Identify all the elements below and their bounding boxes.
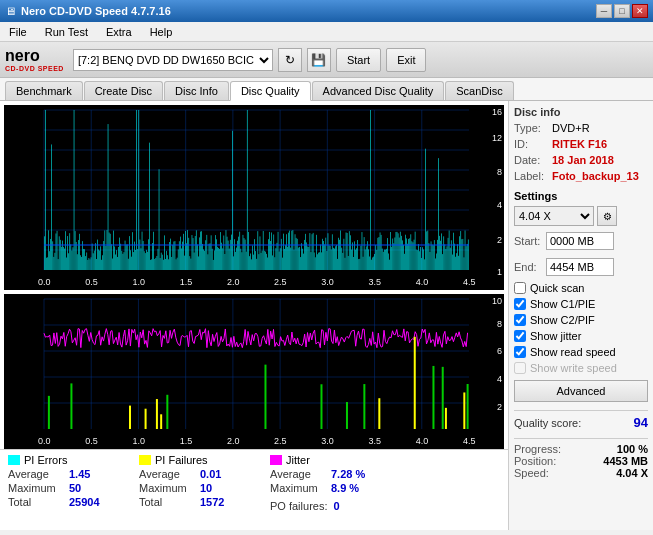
quick-scan-checkbox[interactable] <box>514 282 526 294</box>
pi-errors-max-value: 50 <box>69 482 119 494</box>
y-label-top-16: 16 <box>492 107 502 117</box>
drive-selector[interactable]: [7:2] BENQ DVD DD DW1650 BCIC <box>73 49 273 71</box>
tab-scan-disc[interactable]: ScanDisc <box>445 81 513 100</box>
pi-failures-avg-value: 0.01 <box>200 468 250 480</box>
quality-score-row: Quality score: 94 <box>514 410 648 430</box>
progress-section: Progress: 100 % Position: 4453 MB Speed:… <box>514 438 648 479</box>
y-label-top-2: 2 <box>497 235 502 245</box>
save-icon-button[interactable]: 💾 <box>307 48 331 72</box>
speed-selector[interactable]: 4.04 X <box>514 206 594 226</box>
po-failures-label: PO failures: <box>270 500 327 512</box>
show-c1-pie-checkbox[interactable] <box>514 298 526 310</box>
y-label-top-1: 1 <box>497 267 502 277</box>
start-input[interactable] <box>546 232 614 250</box>
speed-display-label: Speed: <box>514 467 549 479</box>
menu-help[interactable]: Help <box>146 25 177 39</box>
y-label-top-4: 4 <box>497 200 502 210</box>
quality-score-value: 94 <box>634 415 648 430</box>
pi-errors-total-label: Total <box>8 496 63 508</box>
tab-advanced-disc-quality[interactable]: Advanced Disc Quality <box>312 81 445 100</box>
end-label: End: <box>514 261 542 273</box>
date-value: 18 Jan 2018 <box>552 154 614 166</box>
tabs-bar: Benchmark Create Disc Disc Info Disc Qua… <box>0 78 653 101</box>
quality-score-label: Quality score: <box>514 417 581 429</box>
main-content: 16 12 8 4 2 1 10 8 6 4 2 PI Errors <box>0 101 653 530</box>
start-button[interactable]: Start <box>336 48 381 72</box>
quick-scan-label: Quick scan <box>530 282 584 294</box>
pi-failures-total-label: Total <box>139 496 194 508</box>
y-label-bot-10: 10 <box>492 296 502 306</box>
show-c2-pif-checkbox[interactable] <box>514 314 526 326</box>
type-label: Type: <box>514 122 549 134</box>
refresh-icon-button[interactable]: ↻ <box>278 48 302 72</box>
maximize-button[interactable]: □ <box>614 4 630 18</box>
pi-errors-avg-label: Average <box>8 468 63 480</box>
y-label-top-12: 12 <box>492 133 502 143</box>
y-label-bot-8: 8 <box>497 319 502 329</box>
jitter-max-value: 8.9 % <box>331 482 381 494</box>
menu-extra[interactable]: Extra <box>102 25 136 39</box>
jitter-color-box <box>270 455 282 465</box>
jitter-max-label: Maximum <box>270 482 325 494</box>
tab-benchmark[interactable]: Benchmark <box>5 81 83 100</box>
jitter-avg-value: 7.28 % <box>331 468 381 480</box>
close-button[interactable]: ✕ <box>632 4 648 18</box>
minimize-button[interactable]: ─ <box>596 4 612 18</box>
progress-value: 100 % <box>617 443 648 455</box>
y-label-bot-4: 4 <box>497 374 502 384</box>
jitter-legend: Jitter Average 7.28 % Maximum 8.9 % PO f… <box>270 454 383 510</box>
logo-subtitle: CD-DVD SPEED <box>5 65 64 72</box>
pi-failures-chart: 10 8 6 4 2 <box>4 294 504 449</box>
menu-run-test[interactable]: Run Test <box>41 25 92 39</box>
tab-disc-quality[interactable]: Disc Quality <box>230 81 311 101</box>
jitter-avg-label: Average <box>270 468 325 480</box>
disc-label-label: Label: <box>514 170 549 182</box>
show-read-speed-label: Show read speed <box>530 346 616 358</box>
pi-errors-avg-value: 1.45 <box>69 468 119 480</box>
pi-failures-color-box <box>139 455 151 465</box>
po-failures-value: 0 <box>333 500 383 512</box>
id-value: RITEK F16 <box>552 138 607 150</box>
settings-icon-button[interactable]: ⚙ <box>597 206 617 226</box>
disc-info-title: Disc info <box>514 106 648 118</box>
pi-errors-legend: PI Errors Average 1.45 Maximum 50 Total … <box>8 454 119 510</box>
position-label: Position: <box>514 455 556 467</box>
y-label-top-8: 8 <box>497 167 502 177</box>
start-label: Start: <box>514 235 542 247</box>
pi-failures-avg-label: Average <box>139 468 194 480</box>
id-label: ID: <box>514 138 549 150</box>
show-write-speed-label: Show write speed <box>530 362 617 374</box>
show-write-speed-checkbox <box>514 362 526 374</box>
pi-errors-chart: 16 12 8 4 2 1 <box>4 105 504 290</box>
pi-errors-max-label: Maximum <box>8 482 63 494</box>
y-label-bot-6: 6 <box>497 346 502 356</box>
window-controls: ─ □ ✕ <box>596 4 648 18</box>
type-value: DVD+R <box>552 122 590 134</box>
settings-title: Settings <box>514 190 648 202</box>
show-jitter-label: Show jitter <box>530 330 581 342</box>
show-c2-pif-label: Show C2/PIF <box>530 314 595 326</box>
progress-label: Progress: <box>514 443 561 455</box>
pi-errors-color-box <box>8 455 20 465</box>
end-input[interactable] <box>546 258 614 276</box>
show-read-speed-checkbox[interactable] <box>514 346 526 358</box>
advanced-button[interactable]: Advanced <box>514 380 648 402</box>
pi-failures-max-label: Maximum <box>139 482 194 494</box>
disc-label-value: Foto_backup_13 <box>552 170 639 182</box>
exit-button[interactable]: Exit <box>386 48 426 72</box>
tab-disc-info[interactable]: Disc Info <box>164 81 229 100</box>
show-jitter-checkbox[interactable] <box>514 330 526 342</box>
jitter-label: Jitter <box>286 454 310 466</box>
pi-errors-total-value: 25904 <box>69 496 119 508</box>
pi-failures-label: PI Failures <box>155 454 208 466</box>
menu-file[interactable]: File <box>5 25 31 39</box>
y-label-bot-2: 2 <box>497 402 502 412</box>
legend-area: PI Errors Average 1.45 Maximum 50 Total … <box>0 449 508 514</box>
title-bar: 🖥 Nero CD-DVD Speed 4.7.7.16 ─ □ ✕ <box>0 0 653 22</box>
date-label: Date: <box>514 154 549 166</box>
sidebar: Disc info Type: DVD+R ID: RITEK F16 Date… <box>508 101 653 530</box>
speed-display-value: 4.04 X <box>616 467 648 479</box>
pi-failures-legend: PI Failures Average 0.01 Maximum 10 Tota… <box>139 454 250 510</box>
tab-create-disc[interactable]: Create Disc <box>84 81 163 100</box>
menu-bar: File Run Test Extra Help <box>0 22 653 42</box>
